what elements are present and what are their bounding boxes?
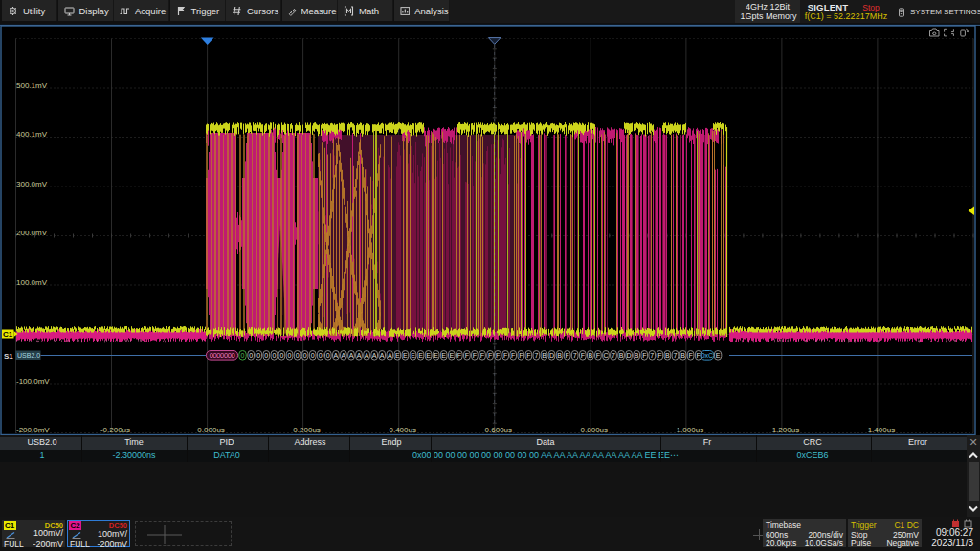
svg-text:USB2.0: USB2.0: [17, 352, 40, 359]
svg-text:F: F: [519, 352, 523, 359]
svg-text:F: F: [511, 352, 515, 359]
svg-text:0: 0: [311, 352, 315, 359]
svg-text:0: 0: [272, 352, 276, 359]
svg-text:F: F: [473, 352, 477, 359]
svg-text:7: 7: [534, 352, 538, 359]
svg-text:-0.200us: -0.200us: [100, 426, 130, 434]
svg-text:E: E: [716, 352, 721, 359]
svg-text:0.200us: 0.200us: [293, 426, 320, 434]
svg-text:-100.0mV: -100.0mV: [16, 377, 50, 386]
svg-text:D: D: [549, 352, 554, 359]
svg-text:B: B: [635, 352, 639, 359]
svg-text:1.000us: 1.000us: [677, 426, 703, 434]
svg-text:7: 7: [674, 352, 678, 359]
svg-text:F: F: [503, 352, 507, 359]
svg-text:A: A: [380, 352, 385, 359]
svg-text:F: F: [496, 352, 500, 359]
svg-text:0: 0: [319, 352, 323, 359]
svg-text:A: A: [334, 352, 339, 359]
svg-text:F: F: [642, 352, 646, 359]
svg-text:E: E: [395, 352, 400, 359]
svg-text:F: F: [581, 352, 585, 359]
svg-text:A: A: [342, 352, 346, 359]
svg-text:F: F: [465, 352, 469, 359]
svg-text:0.800us: 0.800us: [581, 426, 608, 434]
svg-text:B: B: [680, 352, 685, 359]
svg-text:1.200us: 1.200us: [772, 426, 799, 434]
svg-text:A: A: [388, 352, 392, 359]
svg-text:0: 0: [279, 352, 283, 359]
svg-text:0: 0: [303, 352, 307, 359]
svg-text:E: E: [418, 352, 423, 359]
svg-text:A: A: [365, 352, 369, 359]
svg-text:7: 7: [650, 352, 654, 359]
svg-text:300.0mV: 300.0mV: [16, 180, 48, 188]
svg-text:0000000: 0000000: [210, 351, 235, 360]
svg-text:C1: C1: [3, 330, 13, 339]
svg-text:F: F: [697, 352, 701, 359]
svg-text:0xC: 0xC: [702, 352, 713, 359]
svg-text:0: 0: [288, 352, 292, 359]
svg-text:0: 0: [296, 352, 300, 359]
svg-text:F: F: [488, 352, 492, 359]
svg-text:F: F: [688, 352, 692, 359]
svg-text:F: F: [596, 352, 600, 359]
svg-text:F: F: [657, 352, 661, 359]
svg-text:E: E: [403, 352, 408, 359]
svg-text:E: E: [426, 352, 431, 359]
svg-text:400.1mV: 400.1mV: [16, 130, 48, 139]
svg-text:100.0mV: 100.0mV: [16, 278, 48, 287]
svg-text:C: C: [603, 352, 608, 359]
svg-text:500.1mV: 500.1mV: [16, 81, 48, 90]
svg-text:1.400us: 1.400us: [868, 426, 895, 434]
svg-text:B: B: [588, 352, 592, 359]
svg-text:200.0mV: 200.0mV: [16, 229, 48, 237]
svg-text:E: E: [434, 352, 438, 359]
svg-text:0: 0: [256, 352, 260, 359]
svg-text:A: A: [372, 352, 377, 359]
svg-text:0.400us: 0.400us: [389, 426, 415, 434]
svg-text:E: E: [441, 352, 446, 359]
svg-text:0: 0: [241, 352, 245, 359]
svg-text:A: A: [357, 352, 362, 359]
svg-text:0: 0: [326, 352, 330, 359]
svg-text:A: A: [349, 352, 354, 359]
svg-text:0: 0: [249, 352, 253, 359]
svg-text:F: F: [526, 352, 530, 359]
svg-text:F: F: [480, 352, 484, 359]
svg-text:B: B: [557, 352, 562, 359]
svg-text:E: E: [449, 352, 454, 359]
svg-text:7: 7: [612, 352, 615, 359]
svg-text:S1: S1: [4, 352, 13, 361]
svg-text:B: B: [542, 352, 546, 359]
svg-text:F: F: [457, 352, 461, 359]
svg-text:E: E: [411, 352, 415, 359]
svg-text:F: F: [566, 352, 569, 359]
svg-text:0: 0: [264, 352, 268, 359]
svg-text:-200.0mV: -200.0mV: [16, 426, 50, 434]
svg-text:B: B: [619, 352, 624, 359]
svg-text:B: B: [665, 352, 670, 359]
svg-text:0.000us: 0.000us: [197, 426, 224, 434]
svg-text:0.600us: 0.600us: [485, 426, 512, 434]
svg-text:D: D: [627, 352, 632, 359]
svg-text:7: 7: [573, 352, 577, 359]
